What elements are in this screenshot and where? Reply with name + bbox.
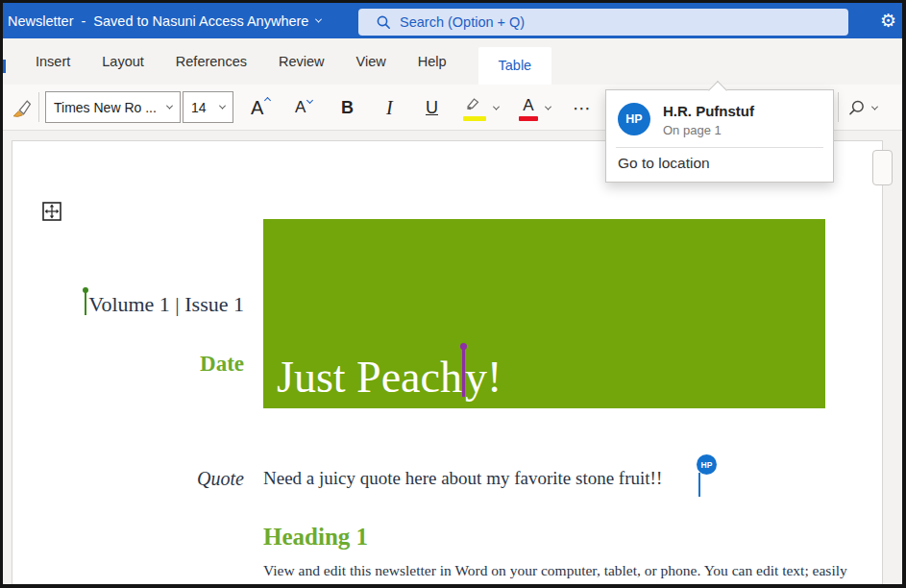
tab-layout[interactable]: Layout — [102, 38, 144, 85]
collaborator-cursor-blue — [698, 473, 700, 497]
font-color-button[interactable]: A — [519, 85, 551, 131]
banner: Just Peachy! — [263, 219, 825, 408]
volume-issue-line: Volume 1 | Issue 1 — [12, 291, 244, 317]
format-painter-icon — [11, 97, 33, 119]
document-page[interactable]: Volume 1 | Issue 1 Date Just Peachy! Quo… — [12, 140, 883, 585]
collaborator-name: H.R. Pufnstuf — [663, 103, 754, 119]
font-color-letter: A — [523, 96, 533, 114]
quote-text: Need a juicy quote here about my favorit… — [263, 468, 662, 489]
hp-cursor-badge[interactable]: HP — [697, 454, 717, 475]
heading-1: Heading 1 — [263, 524, 368, 551]
toolbar-divider — [838, 92, 839, 122]
font-name-select[interactable]: Times New Ro ... — [45, 91, 181, 123]
search-box[interactable] — [358, 9, 848, 36]
chevron-down-icon — [871, 103, 878, 110]
save-status[interactable]: Saved to Nasuni Access Anywhere — [93, 13, 308, 29]
tab-references[interactable]: References — [176, 38, 247, 85]
font-color-bar — [519, 116, 538, 121]
collaborator-cursor-purple — [462, 347, 465, 397]
ribbon-tab-row: Insert Layout References Review View Hel… — [3, 38, 902, 85]
format-painter-button[interactable] — [11, 85, 33, 131]
toolbar-divider — [38, 92, 39, 122]
search-input[interactable] — [400, 14, 803, 30]
font-size-select[interactable]: 14 — [183, 91, 233, 123]
popup-divider — [616, 147, 823, 148]
body-paragraph: View and edit this newsletter in Word on… — [263, 562, 847, 579]
italic-button[interactable]: I — [386, 85, 393, 131]
search-icon — [376, 14, 391, 30]
chevron-down-icon — [166, 103, 173, 110]
more-options-button[interactable]: ⋯ — [573, 85, 591, 131]
banner-title: Just Peachy! — [277, 347, 502, 400]
document-area: Volume 1 | Issue 1 Date Just Peachy! Quo… — [3, 131, 902, 585]
volume-issue-text: Volume 1 | Issue 1 — [88, 292, 244, 316]
tab-review[interactable]: Review — [279, 38, 325, 85]
font-name-value: Times New Ro ... — [54, 100, 157, 115]
title-separator: - — [82, 13, 86, 29]
collaborator-location: On page 1 — [663, 123, 722, 137]
highlight-color-bar — [463, 116, 486, 121]
title-bar: Newsletter - Saved to Nasuni Access Anyw… — [3, 3, 902, 38]
chevron-up-icon — [264, 96, 271, 103]
gear-icon[interactable]: ⚙ — [880, 10, 896, 31]
comment-margin-tab[interactable] — [872, 150, 893, 185]
highlighter-icon — [464, 97, 483, 110]
document-title: Newsletter — [8, 13, 74, 29]
chevron-down-icon[interactable] — [315, 16, 322, 23]
tab-help[interactable]: Help — [418, 38, 447, 85]
tab-insert[interactable]: Insert — [36, 38, 70, 85]
tab-view[interactable]: View — [356, 38, 386, 85]
chevron-down-icon — [306, 96, 313, 103]
font-size-value: 14 — [191, 100, 207, 115]
bold-button[interactable]: B — [341, 85, 354, 131]
underline-button[interactable]: U — [426, 85, 438, 131]
go-to-location-button[interactable]: Go to location — [618, 155, 710, 172]
date-label: Date — [12, 352, 244, 377]
cutoff-left-element — [3, 60, 6, 73]
grow-font-button[interactable]: A — [251, 85, 268, 131]
tab-table[interactable]: Table — [478, 47, 552, 85]
highlight-button[interactable] — [463, 85, 499, 131]
chevron-down-icon — [219, 103, 226, 110]
shrink-font-button[interactable]: A — [295, 85, 310, 131]
chevron-down-icon — [545, 103, 551, 110]
quote-label: Quote — [12, 468, 244, 490]
chevron-down-icon — [493, 103, 500, 110]
find-icon — [847, 99, 866, 117]
find-button[interactable] — [847, 85, 877, 131]
popup-avatar: HP — [618, 103, 650, 135]
collaborator-popup: HP H.R. Pufnstuf On page 1 Go to locatio… — [605, 89, 834, 183]
table-move-handle-icon[interactable] — [42, 202, 61, 221]
collaborator-cursor-green — [85, 291, 86, 315]
